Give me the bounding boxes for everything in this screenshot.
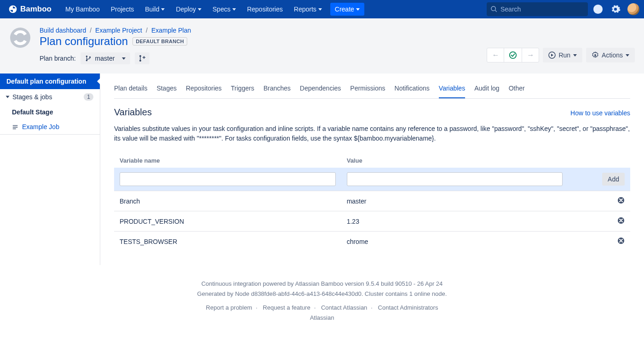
col-value: Value (341, 153, 569, 168)
sidebar-item-stages-jobs[interactable]: Stages & jobs 1 (0, 89, 100, 105)
plan-icon (9, 27, 31, 49)
tab-plan-details[interactable]: Plan details (114, 80, 147, 98)
tab-audit-log[interactable]: Audit log (474, 80, 499, 98)
variable-value-cell[interactable]: chrome (341, 232, 569, 252)
nav-mybamboo[interactable]: My Bamboo (60, 0, 105, 18)
svg-point-5 (89, 57, 91, 58)
nav-deploy[interactable]: Deploy (170, 0, 207, 18)
content: Plan detailsStagesRepositoriesTriggersBr… (100, 74, 644, 265)
build-nav-group: ← → (487, 48, 539, 62)
help-button[interactable] (591, 2, 605, 17)
breadcrumb-dashboard[interactable]: Build dashboard (40, 27, 86, 34)
variable-value-cell[interactable]: master (341, 191, 569, 211)
footer-contact-admins[interactable]: Contact Administrators (378, 304, 438, 311)
variable-value-input[interactable] (347, 172, 563, 186)
footer-report-problem[interactable]: Report a problem (206, 304, 252, 311)
prev-build-button[interactable]: ← (487, 48, 504, 62)
nav-build[interactable]: Build (139, 0, 170, 18)
tab-notifications[interactable]: Notifications (395, 80, 430, 98)
create-button[interactable]: Create (330, 3, 364, 16)
tabs: Plan detailsStagesRepositoriesTriggersBr… (114, 80, 630, 99)
chevron-down-icon (318, 8, 322, 11)
svg-point-4 (86, 60, 87, 62)
breadcrumb-plan[interactable]: Example Plan (151, 27, 191, 34)
settings-button[interactable] (608, 2, 623, 17)
delete-variable-button[interactable] (617, 217, 625, 224)
nav-specs[interactable]: Specs (207, 0, 242, 18)
tab-stages[interactable]: Stages (156, 80, 177, 98)
svg-rect-11 (13, 125, 18, 126)
svg-point-3 (86, 56, 87, 57)
sidebar-item-default-config[interactable]: Default plan configuration (0, 74, 100, 89)
svg-point-8 (510, 52, 516, 58)
delete-variable-button[interactable] (617, 237, 625, 244)
tab-dependencies[interactable]: Dependencies (300, 80, 341, 98)
search-input[interactable] (500, 6, 584, 13)
delete-variable-button[interactable] (617, 197, 625, 204)
job-icon (12, 124, 18, 130)
plan-branch-label: Plan branch: (40, 55, 76, 62)
branch-value: master (95, 55, 115, 62)
tab-variables[interactable]: Variables (439, 80, 465, 98)
stages-count-badge: 1 (84, 93, 93, 101)
svg-point-10 (594, 54, 596, 56)
breadcrumb-project[interactable]: Example Project (95, 27, 142, 34)
gear-icon (592, 51, 599, 59)
run-button[interactable]: Run (543, 48, 582, 62)
footer-atlassian[interactable]: Atlassian (310, 314, 334, 321)
page-header: Build dashboard / Example Project / Exam… (0, 18, 644, 74)
nav-reports[interactable]: Reports (288, 0, 328, 18)
variable-name-cell[interactable]: Branch (114, 191, 341, 211)
arrow-left-icon: ← (492, 51, 499, 59)
chevron-down-icon (626, 54, 629, 57)
variable-name-cell[interactable]: TESTS_BROWSER (114, 232, 341, 252)
play-icon (548, 51, 556, 59)
svg-rect-12 (13, 127, 18, 128)
app-name: Bamboo (20, 5, 52, 14)
tab-repositories[interactable]: Repositories (186, 80, 222, 98)
delete-icon (617, 217, 625, 224)
variable-row: PRODUCT_VERSION1.23 (114, 211, 630, 232)
tab-branches[interactable]: Branches (264, 80, 291, 98)
add-variable-button[interactable]: Add (602, 173, 625, 186)
delete-icon (617, 197, 625, 204)
delete-icon (617, 237, 625, 244)
sidebar-stage-name[interactable]: Default Stage (0, 105, 100, 119)
actions-button[interactable]: Actions (586, 48, 635, 62)
app-logo[interactable]: Bamboo (5, 5, 55, 14)
footer-contact-atlassian[interactable]: Contact Atlassian (321, 304, 367, 311)
chevron-down-icon (161, 8, 165, 11)
how-to-use-link[interactable]: How to use variables (570, 109, 630, 117)
variables-table: Variable name Value Add BranchmasterPROD… (114, 153, 630, 251)
next-build-button[interactable]: → (522, 48, 539, 62)
branch-plus-icon (138, 55, 146, 62)
svg-point-1 (598, 11, 598, 12)
variable-name-cell[interactable]: PRODUCT_VERSION (114, 211, 341, 232)
variables-heading: Variables (114, 107, 152, 118)
nav-projects[interactable]: Projects (105, 0, 140, 18)
branch-select[interactable]: master (80, 52, 131, 64)
help-icon (593, 4, 603, 14)
user-avatar[interactable] (627, 3, 639, 15)
svg-point-7 (139, 60, 141, 62)
chevron-down-icon (198, 8, 201, 11)
arrow-right-icon: → (527, 51, 534, 59)
body: Default plan configuration Stages & jobs… (0, 74, 644, 265)
variable-input-row: Add (114, 168, 630, 191)
footer-request-feature[interactable]: Request a feature (263, 304, 310, 311)
variable-name-input[interactable] (120, 172, 336, 186)
build-status-button[interactable] (504, 48, 522, 62)
chevron-down-icon (232, 8, 236, 11)
search-box[interactable] (487, 2, 588, 16)
create-branch-button[interactable] (135, 52, 150, 64)
footer-line1: Continuous integration powered by Atlass… (9, 279, 635, 289)
sidebar-job-item[interactable]: Example Job (0, 119, 100, 134)
tab-triggers[interactable]: Triggers (231, 80, 254, 98)
tab-other[interactable]: Other (509, 80, 525, 98)
variable-value-cell[interactable]: 1.23 (341, 211, 569, 232)
tab-permissions[interactable]: Permissions (350, 80, 385, 98)
branch-icon (85, 55, 92, 62)
top-navigation: Bamboo My Bamboo Projects Build Deploy S… (0, 0, 644, 18)
nav-repositories[interactable]: Repositories (242, 0, 288, 18)
page-title[interactable]: Plan configuration (40, 35, 128, 48)
